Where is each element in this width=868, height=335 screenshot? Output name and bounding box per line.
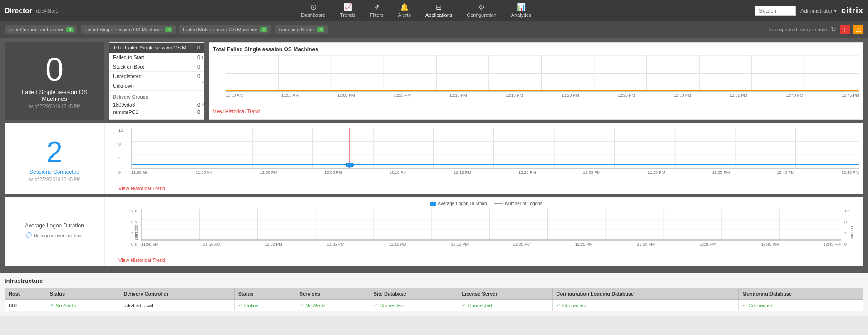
failed-machines-stat: 0 Failed Single session OS Machines As o…: [5, 42, 104, 120]
logon-chart-area: [141, 209, 841, 241]
col-license-server: License Server: [458, 288, 552, 300]
app-name: Director: [5, 7, 32, 15]
col-host: Host: [5, 288, 46, 300]
chip-label-failed-multi: Failed Multi-session OS Machines: [183, 27, 258, 32]
logons-axis-label: Logons: [850, 226, 854, 239]
warn-badge-red[interactable]: !: [840, 25, 850, 34]
view-historical-sessions[interactable]: View Historical Trend: [118, 186, 165, 191]
admin-label[interactable]: Administrator ▾: [800, 8, 837, 14]
failed-date: As of 7/29/2019 12:45 PM: [28, 104, 81, 109]
sessions-date: As of 7/29/2019 12:45 PM: [28, 177, 81, 182]
search-input[interactable]: [755, 6, 796, 16]
failed-total-count: 0: [197, 45, 200, 50]
chip-label-licensing: Licensing Status: [278, 27, 315, 32]
nav-item-trends[interactable]: 📈 Trends: [334, 1, 362, 20]
check-icon-svc: ✓: [300, 302, 304, 308]
cell-host: B03: [5, 300, 46, 311]
cell-site-db: ✓ Connected: [370, 300, 458, 311]
sessions-section: 2 Sessions Connected As of 7/29/2019 12:…: [5, 123, 863, 194]
chip-failed-single-session[interactable]: Failed Single session OS Machines 0: [81, 25, 176, 34]
alert-bar: User Connection Failures 0 Failed Single…: [0, 21, 868, 38]
legend-num-color: [494, 203, 503, 204]
legend-avg-logon: Average Logon Duration: [430, 201, 487, 206]
chart-y-axis: 10 5 0: [202, 55, 206, 107]
trends-icon: 📈: [343, 3, 352, 11]
legend-avg-color: [430, 202, 436, 206]
sessions-count: 2: [46, 135, 63, 169]
col-config-logging: Configuration Logging Database: [552, 288, 739, 300]
chip-licensing-status[interactable]: Licensing Status 0: [275, 25, 328, 34]
sessions-chart-area: [131, 128, 859, 169]
nav-item-filters[interactable]: ⧩ Filters: [364, 1, 390, 20]
site-name: ddc4Site1: [36, 8, 58, 14]
cell-services: ✓ No Alerts: [296, 300, 370, 311]
dashboard-icon: ⊙: [311, 3, 316, 11]
check-icon-cfglog: ✓: [557, 302, 561, 308]
nav-label-applications: Applications: [425, 12, 452, 18]
col-status: Status: [46, 288, 120, 300]
col-dc-status: Status: [234, 288, 296, 300]
legend-num-label: Number of Logons: [505, 201, 542, 206]
configuration-icon: ⚙: [478, 3, 485, 11]
refresh-icon[interactable]: ↻: [831, 26, 836, 33]
chart-x-axis-logon: 11:50 AM 11:55 AM 12:00 PM 12:05 PM 12:1…: [141, 242, 841, 246]
failed-categories-header: Total Failed Single session OS M... 0: [109, 43, 204, 53]
nav-item-alerts[interactable]: 🔔 Alerts: [392, 1, 417, 20]
logon-chart: Average Logon Duration Number of Logons …: [104, 197, 863, 266]
nav-item-analytics[interactable]: 📊 Analytics: [505, 1, 538, 20]
category-failed-to-start[interactable]: Failed to Start 0: [109, 53, 204, 62]
view-historical-logon[interactable]: View Historical Trend: [118, 257, 165, 263]
cell-status: ✓ No Alerts: [46, 300, 120, 311]
col-services: Services: [296, 288, 370, 300]
applications-icon: ⊞: [436, 3, 442, 11]
nav-item-configuration[interactable]: ⚙ Configuration: [460, 1, 503, 20]
check-icon-lic: ✓: [462, 302, 466, 308]
filters-icon: ⧩: [374, 3, 380, 11]
nav-items: ⊙ Dashboard 📈 Trends ⧩ Filters 🔔 Alerts …: [77, 1, 755, 20]
infrastructure-section: Infrastructure Host Status Delivery Cont…: [0, 273, 868, 316]
nav-label-dashboard: Dashboard: [301, 12, 326, 18]
failed-label: Failed Single session OS Machines: [9, 89, 100, 102]
main-content: 0 Failed Single session OS Machines As o…: [0, 38, 868, 273]
chip-failed-multi-session[interactable]: Failed Multi-session OS Machines 0: [179, 25, 271, 34]
chart-x-axis-sessions: 11:50 AM 11:55 AM 12:00 PM 12:05 PM 12:1…: [131, 170, 859, 175]
delivery-group-1809vda3[interactable]: 1809vda3 0: [113, 101, 200, 108]
chip-count-failed-single: 0: [165, 27, 172, 32]
chart-title: Total Failed Single session OS Machines: [213, 46, 859, 53]
nav-label-filters: Filters: [370, 12, 384, 18]
sessions-stat: 2 Sessions Connected As of 7/29/2019 12:…: [5, 123, 104, 194]
sessions-label: Sessions Connected: [30, 169, 79, 175]
sessions-chart: 12 8 4 0: [104, 123, 863, 194]
logon-legend: Average Logon Duration Number of Logons: [118, 201, 854, 206]
col-site-database: Site Database: [370, 288, 458, 300]
cell-dc: ddc4.xd.local: [120, 300, 234, 311]
chip-label-failed-single: Failed Single session OS Machines: [84, 27, 163, 32]
table-row: B03 ✓ No Alerts ddc4.xd.local ✓ Online: [5, 300, 863, 311]
view-historical-failed[interactable]: View Historical Trend: [213, 108, 260, 114]
warn-badge-orange[interactable]: ⚠: [853, 25, 863, 34]
category-unknown[interactable]: Unknown: [109, 81, 204, 91]
delivery-group-remotepc1[interactable]: remotePC1 0: [113, 108, 200, 116]
top-navigation: Director ddc4Site1 ⊙ Dashboard 📈 Trends …: [0, 0, 868, 21]
logon-duration-section: Average Logon Duration ⓘ No logons over …: [5, 197, 863, 266]
category-stuck-on-boot[interactable]: Stuck on Boot 0: [109, 62, 204, 72]
nav-item-applications[interactable]: ⊞ Applications: [419, 1, 459, 20]
status-text: No Alerts: [56, 303, 76, 308]
nav-item-dashboard[interactable]: ⊙ Dashboard: [295, 1, 332, 20]
chip-count-failed-multi: 0: [260, 27, 267, 32]
analytics-icon: 📊: [517, 3, 526, 11]
chip-label-user-connection: User Connection Failures: [8, 27, 64, 32]
failed-categories-panel: Total Failed Single session OS M... 0 Fa…: [109, 42, 204, 120]
nav-label-trends: Trends: [340, 12, 355, 18]
chip-user-connection-failures[interactable]: User Connection Failures 0: [5, 25, 77, 34]
check-icon-mondb: ✓: [742, 302, 746, 308]
col-monitoring-db: Monitoring Database: [739, 288, 863, 300]
no-logons-text: No logons over last hour: [34, 233, 83, 238]
failed-machines-chart-panel: Total Failed Single session OS Machines …: [209, 42, 863, 120]
failed-machines-section: 0 Failed Single session OS Machines As o…: [5, 42, 863, 120]
check-icon: ✓: [50, 302, 54, 308]
cell-license: ✓ Connected: [458, 300, 552, 311]
category-unregistered[interactable]: Unregistered 0: [109, 72, 204, 81]
brand-logo: Director ddc4Site1: [5, 7, 77, 15]
col-delivery-controller: Delivery Controller: [120, 288, 234, 300]
